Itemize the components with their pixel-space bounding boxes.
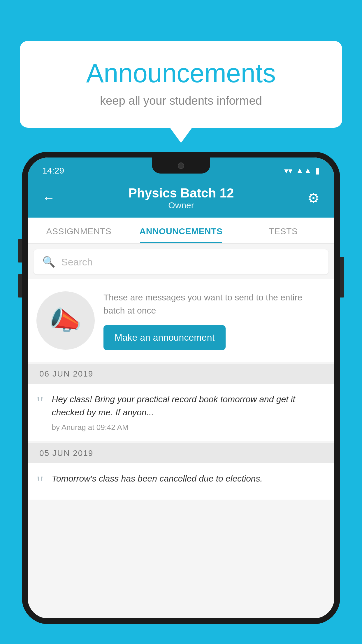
- announcement-item-1[interactable]: " Hey class! Bring your practical record…: [28, 384, 334, 441]
- header-center: Physics Batch 12 Owner: [129, 186, 234, 210]
- tab-announcements[interactable]: ANNOUNCEMENTS: [130, 218, 232, 243]
- date-separator-1: 06 JUN 2019: [28, 364, 334, 384]
- make-announcement-button[interactable]: Make an announcement: [103, 325, 226, 350]
- speech-bubble-area: Announcements keep all your students inf…: [20, 41, 342, 128]
- status-icons: ▾▾ ▲▲ ▮: [284, 166, 320, 176]
- announcement-text-2: Tomorrow's class has been cancelled due …: [52, 472, 326, 485]
- tab-assignments[interactable]: ASSIGNMENTS: [28, 218, 130, 243]
- announcement-text-1: Hey class! Bring your practical record b…: [52, 393, 326, 419]
- volume-up-button: [18, 239, 22, 262]
- back-button[interactable]: ←: [42, 191, 55, 205]
- power-button: [340, 257, 344, 298]
- batch-title: Physics Batch 12: [129, 186, 234, 200]
- volume-down-button: [18, 274, 22, 298]
- speech-bubble-card: Announcements keep all your students inf…: [20, 41, 342, 128]
- bubble-title: Announcements: [43, 58, 319, 88]
- content-area: 🔍 Search 📣 These are messages you want t…: [28, 244, 334, 618]
- tabs-bar: ASSIGNMENTS ANNOUNCEMENTS TESTS: [28, 218, 334, 244]
- phone-notch: [152, 158, 210, 174]
- app-header: ← Physics Batch 12 Owner ⚙: [28, 180, 334, 218]
- megaphone-icon: 📣: [49, 305, 82, 336]
- announcement-item-2[interactable]: " Tomorrow's class has been cancelled du…: [28, 463, 334, 500]
- phone-screen: 14:29 ▾▾ ▲▲ ▮ ← Physics Batch 12 Owner ⚙: [28, 158, 334, 618]
- phone-outer-frame: 14:29 ▾▾ ▲▲ ▮ ← Physics Batch 12 Owner ⚙: [22, 152, 340, 624]
- quote-icon-2: ": [36, 473, 44, 491]
- batch-role: Owner: [129, 200, 234, 210]
- wifi-icon: ▾▾: [284, 166, 292, 176]
- tab-tests[interactable]: TESTS: [232, 218, 334, 243]
- announcement-meta-1: by Anurag at 09:42 AM: [52, 423, 326, 432]
- phone-mockup: 14:29 ▾▾ ▲▲ ▮ ← Physics Batch 12 Owner ⚙: [22, 152, 340, 644]
- search-icon: 🔍: [42, 256, 55, 268]
- status-time: 14:29: [42, 166, 64, 176]
- quote-icon-1: ": [36, 394, 44, 412]
- signal-icon: ▲▲: [296, 166, 312, 175]
- front-camera: [178, 162, 184, 169]
- announcement-promo: 📣 These are messages you want to send to…: [28, 279, 334, 362]
- megaphone-circle: 📣: [36, 291, 95, 350]
- bubble-subtitle: keep all your students informed: [43, 94, 319, 107]
- battery-icon: ▮: [315, 166, 320, 176]
- date-separator-2: 05 JUN 2019: [28, 443, 334, 463]
- search-placeholder: Search: [61, 256, 93, 268]
- announcement-content-1: Hey class! Bring your practical record b…: [52, 393, 326, 432]
- settings-icon[interactable]: ⚙: [307, 190, 320, 206]
- promo-description: These are messages you want to send to t…: [103, 291, 326, 317]
- search-bar[interactable]: 🔍 Search: [34, 249, 328, 274]
- promo-right: These are messages you want to send to t…: [103, 291, 326, 350]
- announcement-content-2: Tomorrow's class has been cancelled due …: [52, 472, 326, 489]
